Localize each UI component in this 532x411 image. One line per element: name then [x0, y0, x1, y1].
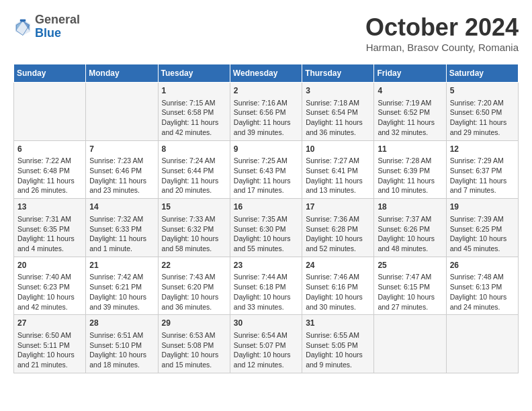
page-header: General Blue October 2024 Harman, Brasov…	[13, 13, 519, 53]
day-number: 1	[162, 85, 226, 97]
calendar-day-cell: 17Sunrise: 7:36 AMSunset: 6:28 PMDayligh…	[302, 199, 374, 257]
day-of-week-header: Saturday	[446, 64, 518, 83]
logo-general: General	[35, 13, 80, 26]
calendar-day-cell: 6Sunrise: 7:22 AMSunset: 6:48 PMDaylight…	[14, 140, 86, 199]
calendar-day-cell: 25Sunrise: 7:47 AMSunset: 6:15 PMDayligh…	[374, 257, 446, 315]
day-number: 30	[234, 318, 298, 329]
calendar-day-cell	[14, 83, 86, 141]
location-subtitle: Harman, Brasov County, Romania	[365, 42, 519, 53]
day-number: 22	[162, 260, 226, 271]
day-number: 10	[306, 144, 370, 155]
day-number: 12	[450, 144, 515, 155]
day-number: 24	[306, 260, 370, 271]
day-info: Sunrise: 7:31 AMSunset: 6:35 PMDaylight:…	[17, 214, 82, 254]
day-number: 28	[89, 318, 154, 329]
calendar-day-cell: 18Sunrise: 7:37 AMSunset: 6:26 PMDayligh…	[374, 199, 446, 257]
calendar-week-row: 6Sunrise: 7:22 AMSunset: 6:48 PMDaylight…	[14, 140, 519, 199]
calendar-week-row: 13Sunrise: 7:31 AMSunset: 6:35 PMDayligh…	[14, 199, 519, 257]
calendar-day-cell: 14Sunrise: 7:32 AMSunset: 6:33 PMDayligh…	[86, 199, 158, 257]
day-info: Sunrise: 6:53 AMSunset: 5:08 PMDaylight:…	[162, 330, 226, 370]
day-number: 20	[17, 260, 82, 271]
calendar-day-cell	[374, 315, 446, 373]
calendar-day-cell: 29Sunrise: 6:53 AMSunset: 5:08 PMDayligh…	[158, 315, 230, 373]
calendar-day-cell: 19Sunrise: 7:39 AMSunset: 6:25 PMDayligh…	[446, 199, 518, 257]
day-info: Sunrise: 7:35 AMSunset: 6:30 PMDaylight:…	[234, 214, 298, 254]
calendar-day-cell: 2Sunrise: 7:16 AMSunset: 6:56 PMDaylight…	[230, 83, 302, 141]
calendar-day-cell	[86, 83, 158, 141]
day-number: 15	[162, 201, 226, 213]
day-number: 25	[378, 260, 442, 271]
day-info: Sunrise: 7:39 AMSunset: 6:25 PMDaylight:…	[450, 214, 515, 254]
logo-icon	[13, 17, 32, 36]
day-number: 21	[89, 260, 154, 271]
day-number: 4	[378, 85, 442, 97]
calendar-week-row: 20Sunrise: 7:40 AMSunset: 6:23 PMDayligh…	[14, 257, 519, 315]
day-info: Sunrise: 7:23 AMSunset: 6:46 PMDaylight:…	[89, 156, 154, 195]
day-info: Sunrise: 7:27 AMSunset: 6:41 PMDaylight:…	[306, 156, 370, 195]
calendar-day-cell: 5Sunrise: 7:20 AMSunset: 6:50 PMDaylight…	[446, 83, 518, 141]
calendar-day-cell: 28Sunrise: 6:51 AMSunset: 5:10 PMDayligh…	[86, 315, 158, 373]
calendar-week-row: 27Sunrise: 6:50 AMSunset: 5:11 PMDayligh…	[14, 315, 519, 373]
day-info: Sunrise: 7:37 AMSunset: 6:26 PMDaylight:…	[378, 214, 442, 254]
day-number: 6	[17, 144, 82, 155]
day-info: Sunrise: 7:43 AMSunset: 6:20 PMDaylight:…	[162, 272, 226, 312]
day-info: Sunrise: 6:51 AMSunset: 5:10 PMDaylight:…	[89, 330, 154, 370]
calendar-table: SundayMondayTuesdayWednesdayThursdayFrid…	[13, 64, 519, 373]
day-info: Sunrise: 7:47 AMSunset: 6:15 PMDaylight:…	[378, 272, 442, 312]
day-number: 29	[162, 318, 226, 329]
calendar-day-cell: 8Sunrise: 7:24 AMSunset: 6:44 PMDaylight…	[158, 140, 230, 199]
calendar-day-cell: 24Sunrise: 7:46 AMSunset: 6:16 PMDayligh…	[302, 257, 374, 315]
day-info: Sunrise: 7:24 AMSunset: 6:44 PMDaylight:…	[162, 156, 226, 195]
calendar-header-row: SundayMondayTuesdayWednesdayThursdayFrid…	[14, 64, 519, 83]
day-info: Sunrise: 7:32 AMSunset: 6:33 PMDaylight:…	[89, 214, 154, 254]
logo-blue: Blue	[35, 26, 61, 40]
day-number: 18	[378, 201, 442, 213]
calendar-day-cell: 22Sunrise: 7:43 AMSunset: 6:20 PMDayligh…	[158, 257, 230, 315]
calendar-day-cell: 10Sunrise: 7:27 AMSunset: 6:41 PMDayligh…	[302, 140, 374, 199]
day-number: 17	[306, 201, 370, 213]
calendar-day-cell: 12Sunrise: 7:29 AMSunset: 6:37 PMDayligh…	[446, 140, 518, 199]
day-number: 2	[234, 85, 298, 97]
day-number: 19	[450, 201, 515, 213]
calendar-day-cell: 27Sunrise: 6:50 AMSunset: 5:11 PMDayligh…	[14, 315, 86, 373]
day-number: 14	[89, 201, 154, 213]
day-info: Sunrise: 7:22 AMSunset: 6:48 PMDaylight:…	[17, 156, 82, 195]
month-title: October 2024	[365, 13, 519, 42]
day-info: Sunrise: 7:46 AMSunset: 6:16 PMDaylight:…	[306, 272, 370, 312]
day-number: 3	[306, 85, 370, 97]
day-number: 8	[162, 144, 226, 155]
logo: General Blue	[13, 13, 80, 40]
calendar-day-cell: 23Sunrise: 7:44 AMSunset: 6:18 PMDayligh…	[230, 257, 302, 315]
day-of-week-header: Monday	[86, 64, 158, 83]
day-number: 27	[17, 318, 82, 329]
day-info: Sunrise: 7:25 AMSunset: 6:43 PMDaylight:…	[234, 156, 298, 195]
logo-text: General Blue	[35, 13, 80, 40]
calendar-day-cell: 21Sunrise: 7:42 AMSunset: 6:21 PMDayligh…	[86, 257, 158, 315]
day-info: Sunrise: 6:54 AMSunset: 5:07 PMDaylight:…	[234, 330, 298, 370]
calendar-day-cell: 1Sunrise: 7:15 AMSunset: 6:58 PMDaylight…	[158, 83, 230, 141]
day-number: 26	[450, 260, 515, 271]
calendar-day-cell: 16Sunrise: 7:35 AMSunset: 6:30 PMDayligh…	[230, 199, 302, 257]
calendar-day-cell	[446, 315, 518, 373]
day-of-week-header: Sunday	[14, 64, 86, 83]
day-info: Sunrise: 7:42 AMSunset: 6:21 PMDaylight:…	[89, 272, 154, 312]
day-number: 31	[306, 318, 370, 329]
day-info: Sunrise: 7:33 AMSunset: 6:32 PMDaylight:…	[162, 214, 226, 254]
calendar-week-row: 1Sunrise: 7:15 AMSunset: 6:58 PMDaylight…	[14, 83, 519, 141]
day-info: Sunrise: 7:29 AMSunset: 6:37 PMDaylight:…	[450, 156, 515, 195]
day-number: 16	[234, 201, 298, 213]
day-info: Sunrise: 7:28 AMSunset: 6:39 PMDaylight:…	[378, 156, 442, 195]
day-info: Sunrise: 7:16 AMSunset: 6:56 PMDaylight:…	[234, 98, 298, 138]
calendar-day-cell: 3Sunrise: 7:18 AMSunset: 6:54 PMDaylight…	[302, 83, 374, 141]
day-info: Sunrise: 7:44 AMSunset: 6:18 PMDaylight:…	[234, 272, 298, 312]
svg-rect-4	[20, 19, 26, 22]
day-info: Sunrise: 7:18 AMSunset: 6:54 PMDaylight:…	[306, 98, 370, 138]
day-info: Sunrise: 7:15 AMSunset: 6:58 PMDaylight:…	[162, 98, 226, 138]
day-info: Sunrise: 7:19 AMSunset: 6:52 PMDaylight:…	[378, 98, 442, 138]
day-number: 7	[89, 144, 154, 155]
day-info: Sunrise: 6:50 AMSunset: 5:11 PMDaylight:…	[17, 330, 82, 370]
day-info: Sunrise: 7:48 AMSunset: 6:13 PMDaylight:…	[450, 272, 515, 312]
day-info: Sunrise: 7:36 AMSunset: 6:28 PMDaylight:…	[306, 214, 370, 254]
day-number: 13	[17, 201, 82, 213]
calendar-day-cell: 30Sunrise: 6:54 AMSunset: 5:07 PMDayligh…	[230, 315, 302, 373]
